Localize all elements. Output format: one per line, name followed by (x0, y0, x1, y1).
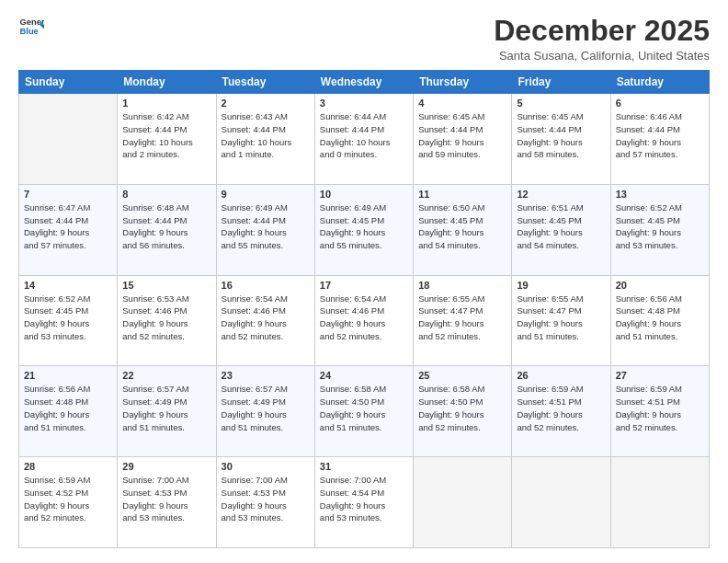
calendar-cell: 17Sunrise: 6:54 AM Sunset: 4:46 PM Dayli… (314, 275, 413, 366)
calendar-cell: 2Sunrise: 6:43 AM Sunset: 4:44 PM Daylig… (216, 94, 314, 185)
location: Santa Susana, California, United States (494, 49, 710, 63)
calendar-cell: 19Sunrise: 6:55 AM Sunset: 4:47 PM Dayli… (512, 275, 610, 366)
day-number: 11 (418, 189, 506, 200)
day-number: 8 (122, 189, 210, 200)
day-number: 29 (122, 461, 210, 472)
day-number: 18 (418, 280, 506, 291)
calendar-cell (414, 457, 512, 548)
calendar-cell: 31Sunrise: 7:00 AM Sunset: 4:54 PM Dayli… (314, 457, 413, 548)
calendar-week-4: 21Sunrise: 6:56 AM Sunset: 4:48 PM Dayli… (19, 366, 710, 457)
day-info: Sunrise: 6:56 AM Sunset: 4:48 PM Dayligh… (24, 383, 112, 433)
weekday-header-tuesday: Tuesday (216, 71, 314, 94)
weekday-header-friday: Friday (512, 71, 610, 94)
calendar-cell: 27Sunrise: 6:59 AM Sunset: 4:51 PM Dayli… (610, 366, 709, 457)
day-number: 1 (122, 98, 210, 109)
header: General Blue December 2025 Santa Susana,… (18, 15, 710, 63)
calendar-cell: 26Sunrise: 6:59 AM Sunset: 4:51 PM Dayli… (512, 366, 610, 457)
calendar-cell (19, 94, 118, 185)
day-number: 16 (222, 280, 310, 291)
calendar-cell: 18Sunrise: 6:55 AM Sunset: 4:47 PM Dayli… (414, 275, 512, 366)
day-info: Sunrise: 6:56 AM Sunset: 4:48 PM Dayligh… (616, 293, 704, 343)
weekday-header-saturday: Saturday (610, 71, 709, 94)
day-info: Sunrise: 6:45 AM Sunset: 4:44 PM Dayligh… (418, 110, 506, 161)
calendar-cell: 21Sunrise: 6:56 AM Sunset: 4:48 PM Dayli… (19, 366, 118, 457)
day-info: Sunrise: 6:55 AM Sunset: 4:47 PM Dayligh… (517, 293, 605, 343)
calendar-cell: 6Sunrise: 6:46 AM Sunset: 4:44 PM Daylig… (610, 94, 709, 185)
day-number: 9 (222, 189, 310, 200)
calendar-cell: 8Sunrise: 6:48 AM Sunset: 4:44 PM Daylig… (118, 184, 216, 275)
day-number: 15 (122, 280, 210, 291)
day-number: 28 (24, 461, 112, 472)
weekday-header-row: SundayMondayTuesdayWednesdayThursdayFrid… (19, 71, 710, 94)
day-number: 22 (122, 370, 210, 381)
day-info: Sunrise: 6:59 AM Sunset: 4:51 PM Dayligh… (517, 383, 605, 433)
calendar-cell: 23Sunrise: 6:57 AM Sunset: 4:49 PM Dayli… (216, 366, 314, 457)
weekday-header-wednesday: Wednesday (314, 71, 413, 94)
day-number: 7 (24, 189, 112, 200)
day-number: 20 (616, 280, 704, 291)
day-info: Sunrise: 6:45 AM Sunset: 4:44 PM Dayligh… (517, 110, 605, 161)
calendar-cell: 13Sunrise: 6:52 AM Sunset: 4:45 PM Dayli… (610, 184, 709, 275)
day-number: 19 (517, 280, 605, 291)
calendar-cell: 5Sunrise: 6:45 AM Sunset: 4:44 PM Daylig… (512, 94, 610, 185)
calendar-cell: 29Sunrise: 7:00 AM Sunset: 4:53 PM Dayli… (118, 457, 216, 548)
title-block: December 2025 Santa Susana, California, … (494, 15, 710, 63)
day-number: 21 (24, 370, 112, 381)
calendar-cell (512, 457, 610, 548)
calendar-cell: 11Sunrise: 6:50 AM Sunset: 4:45 PM Dayli… (414, 184, 512, 275)
page: General Blue December 2025 Santa Susana,… (0, 0, 728, 563)
calendar-cell: 22Sunrise: 6:57 AM Sunset: 4:49 PM Dayli… (118, 366, 216, 457)
day-info: Sunrise: 6:43 AM Sunset: 4:44 PM Dayligh… (222, 110, 310, 161)
calendar-week-3: 14Sunrise: 6:52 AM Sunset: 4:45 PM Dayli… (19, 275, 710, 366)
calendar-cell: 3Sunrise: 6:44 AM Sunset: 4:44 PM Daylig… (314, 94, 413, 185)
day-number: 27 (616, 370, 704, 381)
calendar-cell: 16Sunrise: 6:54 AM Sunset: 4:46 PM Dayli… (216, 275, 314, 366)
calendar-cell: 30Sunrise: 7:00 AM Sunset: 4:53 PM Dayli… (216, 457, 314, 548)
day-info: Sunrise: 6:50 AM Sunset: 4:45 PM Dayligh… (418, 201, 506, 252)
logo-icon: General Blue (18, 15, 44, 40)
day-info: Sunrise: 6:47 AM Sunset: 4:44 PM Dayligh… (24, 201, 112, 252)
day-info: Sunrise: 6:58 AM Sunset: 4:50 PM Dayligh… (418, 383, 506, 433)
calendar-cell: 9Sunrise: 6:49 AM Sunset: 4:44 PM Daylig… (216, 184, 314, 275)
calendar-week-5: 28Sunrise: 6:59 AM Sunset: 4:52 PM Dayli… (19, 457, 710, 548)
day-info: Sunrise: 6:59 AM Sunset: 4:52 PM Dayligh… (24, 474, 112, 524)
day-number: 2 (222, 98, 310, 109)
calendar-cell: 14Sunrise: 6:52 AM Sunset: 4:45 PM Dayli… (19, 275, 118, 366)
weekday-header-thursday: Thursday (414, 71, 512, 94)
day-info: Sunrise: 7:00 AM Sunset: 4:54 PM Dayligh… (320, 474, 408, 524)
calendar-cell: 7Sunrise: 6:47 AM Sunset: 4:44 PM Daylig… (19, 184, 118, 275)
calendar-cell: 1Sunrise: 6:42 AM Sunset: 4:44 PM Daylig… (118, 94, 216, 185)
weekday-header-monday: Monday (118, 71, 216, 94)
calendar-table: SundayMondayTuesdayWednesdayThursdayFrid… (18, 70, 710, 548)
calendar-week-2: 7Sunrise: 6:47 AM Sunset: 4:44 PM Daylig… (19, 184, 710, 275)
day-info: Sunrise: 6:53 AM Sunset: 4:46 PM Dayligh… (122, 293, 210, 343)
day-number: 30 (222, 461, 310, 472)
day-number: 3 (320, 98, 408, 109)
day-info: Sunrise: 6:49 AM Sunset: 4:45 PM Dayligh… (320, 201, 408, 252)
day-number: 17 (320, 280, 408, 291)
calendar-cell: 24Sunrise: 6:58 AM Sunset: 4:50 PM Dayli… (314, 366, 413, 457)
day-info: Sunrise: 7:00 AM Sunset: 4:53 PM Dayligh… (122, 474, 210, 524)
day-number: 4 (418, 98, 506, 109)
calendar-header: SundayMondayTuesdayWednesdayThursdayFrid… (19, 71, 710, 94)
day-info: Sunrise: 6:49 AM Sunset: 4:44 PM Dayligh… (222, 201, 310, 252)
calendar-week-1: 1Sunrise: 6:42 AM Sunset: 4:44 PM Daylig… (19, 94, 710, 185)
calendar-body: 1Sunrise: 6:42 AM Sunset: 4:44 PM Daylig… (19, 94, 710, 548)
calendar-cell: 15Sunrise: 6:53 AM Sunset: 4:46 PM Dayli… (118, 275, 216, 366)
calendar-cell: 12Sunrise: 6:51 AM Sunset: 4:45 PM Dayli… (512, 184, 610, 275)
day-number: 13 (616, 189, 704, 200)
day-number: 5 (517, 98, 605, 109)
calendar-cell: 10Sunrise: 6:49 AM Sunset: 4:45 PM Dayli… (314, 184, 413, 275)
day-info: Sunrise: 6:57 AM Sunset: 4:49 PM Dayligh… (122, 383, 210, 433)
day-number: 23 (222, 370, 310, 381)
month-title: December 2025 (494, 15, 710, 47)
day-number: 10 (320, 189, 408, 200)
day-number: 26 (517, 370, 605, 381)
day-number: 31 (320, 461, 408, 472)
day-info: Sunrise: 6:48 AM Sunset: 4:44 PM Dayligh… (122, 201, 210, 252)
weekday-header-sunday: Sunday (19, 71, 118, 94)
logo: General Blue (18, 15, 44, 40)
svg-text:Blue: Blue (20, 27, 39, 36)
day-info: Sunrise: 6:54 AM Sunset: 4:46 PM Dayligh… (320, 293, 408, 343)
day-number: 25 (418, 370, 506, 381)
